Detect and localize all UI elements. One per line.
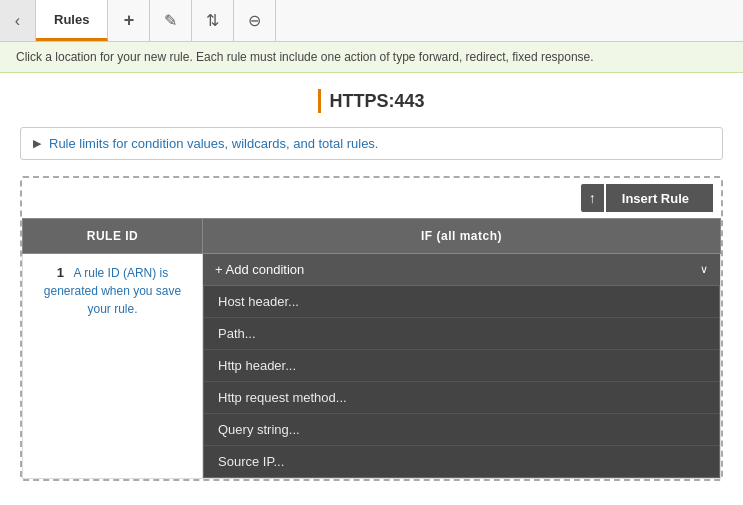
rule-id-cell: 1 A rule ID (ARN) is generated when you … [23,254,203,479]
rule-limits-section[interactable]: ▶ Rule limits for condition values, wild… [20,127,723,160]
rule-description: A rule ID (ARN) is generated when you sa… [44,266,181,316]
https-header: HTTPS:443 [318,89,424,113]
rules-table: RULE ID IF (all match) 1 A rule ID (ARN)… [22,218,721,479]
condition-dropdown: Host header... Path... Http header... Ht… [203,285,720,478]
tab-delete[interactable]: ⊖ [234,0,276,41]
add-condition-container: + Add condition ∨ Host header... Path... [203,254,720,478]
page-content: HTTPS:443 ▶ Rule limits for condition va… [0,73,743,497]
tab-reorder[interactable]: ⇅ [192,0,234,41]
tab-edit[interactable]: ✎ [150,0,192,41]
table-row: 1 A rule ID (ARN) is generated when you … [23,254,721,479]
dashed-rule-container: ↑ Insert Rule RULE ID IF (all match) [20,176,723,481]
insert-rule-button[interactable]: Insert Rule [606,184,705,212]
insert-rule-side-handle[interactable] [705,184,713,212]
if-condition-cell: + Add condition ∨ Host header... Path... [203,254,721,479]
dropdown-item-path[interactable]: Path... [204,318,719,350]
back-icon: ‹ [15,12,20,30]
add-condition-label: + Add condition [215,262,304,277]
table-header-row: RULE ID IF (all match) [23,219,721,254]
rule-limits-text: Rule limits for condition values, wildca… [49,136,378,151]
rule-number: 1 [57,265,64,280]
back-button[interactable]: ‹ [0,0,36,41]
dropdown-item-query-string[interactable]: Query string... [204,414,719,446]
insert-rule-bar: ↑ Insert Rule [22,178,721,218]
dropdown-item-http-header[interactable]: Http header... [204,350,719,382]
dropdown-item-http-request-method[interactable]: Http request method... [204,382,719,414]
dropdown-item-source-ip[interactable]: Source IP... [204,446,719,477]
top-nav: ‹ Rules + ✎ ⇅ ⊖ [0,0,743,42]
col-header-if: IF (all match) [203,219,721,254]
dropdown-item-host-header[interactable]: Host header... [204,286,719,318]
https-header-wrap: HTTPS:443 [20,89,723,113]
col-header-rule-id: RULE ID [23,219,203,254]
insert-rule-up-button[interactable]: ↑ [581,184,604,212]
https-bar-decoration [318,89,321,113]
info-bar: Click a location for your new rule. Each… [0,42,743,73]
chevron-down-icon: ∨ [700,263,708,276]
tab-rules[interactable]: Rules [36,0,108,41]
tab-add[interactable]: + [108,0,150,41]
rule-limits-arrow: ▶ [33,137,41,150]
add-condition-button[interactable]: + Add condition ∨ [203,254,720,285]
